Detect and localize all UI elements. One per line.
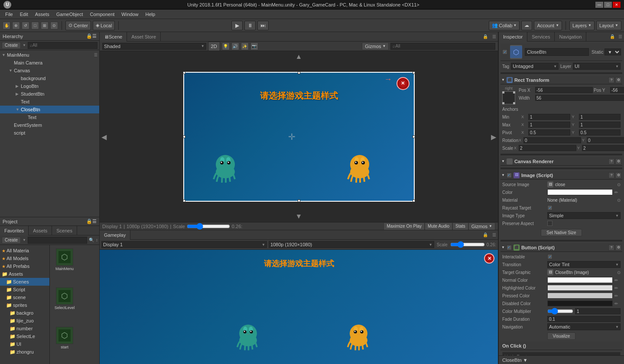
normal-color-box[interactable] <box>547 277 613 283</box>
image-enabled-checkbox[interactable]: ✓ <box>507 173 512 178</box>
proj-item-all-materials[interactable]: ★ All Materia <box>0 247 49 254</box>
btn-help-icon[interactable]: ? <box>608 245 614 251</box>
hierarchy-item-text1[interactable]: Text <box>0 98 99 106</box>
scene-camera-icon[interactable]: 📷 <box>250 42 258 50</box>
normal-color-pick-icon[interactable]: ✏ <box>614 278 621 283</box>
tool-hand[interactable]: ✋ <box>3 22 10 29</box>
scene-canvas[interactable]: ✕ → 请选择游戏主题样式 ✛ <box>183 72 415 202</box>
hierarchy-item-text2[interactable]: Text <box>0 113 99 121</box>
close-window-button[interactable]: ✕ <box>613 2 621 8</box>
width-input[interactable] <box>535 95 624 101</box>
game-lock-icon[interactable]: 🔒 <box>480 232 491 237</box>
scene-light-icon[interactable]: 💡 <box>222 42 230 50</box>
cr-settings-icon[interactable]: ⚙ <box>615 158 621 164</box>
scale-x-input[interactable] <box>519 145 576 151</box>
scene-close-button[interactable]: ✕ <box>396 77 410 90</box>
transition-dropdown[interactable]: Color Tint ▼ <box>547 261 621 268</box>
project-sort-icon[interactable]: ↕ <box>96 238 98 242</box>
anchor-min-x-input[interactable] <box>528 114 570 120</box>
project-lock-icon[interactable]: 🔒 <box>86 219 92 224</box>
proj-item-all-prefabs[interactable]: ★ All Prefabs <box>0 262 49 270</box>
hierarchy-item-closebtn[interactable]: ▼ CloseBtn <box>0 106 99 113</box>
target-graphic-pick-icon[interactable]: ⊙ <box>617 270 621 275</box>
rt-anchor-diagram[interactable] <box>502 91 515 104</box>
handle-rightcenter[interactable] <box>413 135 415 138</box>
project-search-icon[interactable]: 🔍 <box>89 238 94 242</box>
tab-services[interactable]: Services <box>527 32 555 42</box>
scene-menu-icon[interactable]: ☰ <box>491 34 498 39</box>
object-active-checkbox[interactable]: ✓ <box>502 49 507 55</box>
tool-rect[interactable]: ⊞ <box>41 22 49 29</box>
hierarchy-lock-icon[interactable]: 🔒 <box>86 33 92 39</box>
proj-item-number[interactable]: 📁 number <box>0 325 49 332</box>
tab-favorites[interactable]: Favorites <box>0 226 29 235</box>
pause-button[interactable]: ⏸ <box>244 21 256 30</box>
rect-transform-header[interactable]: ▼ ⬛ Rect Transform ? ⚙ <box>500 76 622 84</box>
nav-arrow-left[interactable]: ◀ <box>101 132 107 141</box>
asset-start[interactable]: ⬡ start <box>52 325 78 362</box>
tab-navigation[interactable]: Navigation <box>555 32 586 42</box>
color-multiplier-input[interactable] <box>575 308 621 314</box>
tab-inspector[interactable]: Inspector <box>499 32 527 42</box>
asset-mainmenu[interactable]: ⬡ MainMenu <box>52 247 78 284</box>
tool-scale[interactable]: □ <box>31 22 39 29</box>
nav-arrow-top[interactable]: ▲ <box>296 53 302 61</box>
proj-item-sprites[interactable]: 📁 sprites <box>0 301 49 309</box>
image-script-header[interactable]: ▼ ✓ 🖼 Image (Script) ? ⚙ <box>500 171 622 180</box>
proj-item-selectle[interactable]: 📁 SelectLe <box>0 332 49 340</box>
project-menu-icon[interactable]: ☰ <box>92 219 97 224</box>
handle-leftcenter[interactable] <box>183 135 185 138</box>
account-button[interactable]: Account ▼ <box>534 21 562 30</box>
maximize-on-play-button[interactable]: Maximize On Play <box>384 222 425 230</box>
tool-rotate[interactable]: ↺ <box>22 22 29 29</box>
pivot-x-input[interactable] <box>528 129 570 135</box>
scale-slider[interactable] <box>187 223 230 230</box>
interactable-checkbox[interactable]: ✓ <box>547 254 552 259</box>
play-button[interactable]: ▶ <box>231 21 243 30</box>
nav-arrow-right[interactable]: ▶ <box>491 132 496 141</box>
tool-transform[interactable]: ⊙ <box>50 22 58 29</box>
menu-file[interactable]: File <box>2 11 16 18</box>
anchor-min-y-input[interactable] <box>579 114 621 120</box>
cloud-button[interactable]: ☁ <box>521 21 532 30</box>
collab-button[interactable]: 👥 Collab ▼ <box>489 21 520 30</box>
tab-assets[interactable]: Assets <box>29 226 52 235</box>
native-size-button[interactable]: Set Native Size <box>541 229 582 236</box>
handle-bottomcenter[interactable] <box>298 200 300 202</box>
inspector-lock-icon[interactable]: 🔒 <box>608 34 617 39</box>
anchor-max-y-input[interactable] <box>579 122 621 128</box>
disabled-color-box[interactable] <box>547 300 613 306</box>
layer-dropdown[interactable]: UI ▼ <box>573 63 621 70</box>
game-display-dropdown[interactable]: Display 1 ▼ <box>101 241 267 248</box>
image-color-pick-icon[interactable]: ✏ <box>614 190 621 195</box>
gizmos-button[interactable]: Gizmos ▼ <box>362 42 389 50</box>
material-pick-icon[interactable]: ⊙ <box>617 198 621 203</box>
proj-item-scenes[interactable]: 📁 Scenes <box>0 278 49 286</box>
local-button[interactable]: ◈ Local <box>93 21 115 30</box>
rotation-x-input[interactable] <box>523 137 581 143</box>
rt-help-icon[interactable]: ? <box>608 77 614 83</box>
pivot-y-input[interactable] <box>579 129 621 135</box>
scene-lock-icon[interactable]: 🔒 <box>480 34 491 39</box>
pos-x-input[interactable] <box>535 87 593 93</box>
scene-audio-icon[interactable]: 🔊 <box>231 42 239 50</box>
scene-search-input[interactable] <box>390 43 495 50</box>
tab-scene[interactable]: 🖥 Scene <box>100 32 127 42</box>
color-multiplier-slider[interactable] <box>547 308 573 315</box>
menu-gameobject[interactable]: GameObject <box>53 11 87 18</box>
button-enabled-checkbox[interactable]: ✓ <box>507 245 512 250</box>
game-close-button[interactable]: ✕ <box>484 253 494 264</box>
highlighted-color-box[interactable] <box>547 285 613 291</box>
preserve-aspect-checkbox[interactable] <box>547 221 552 226</box>
static-dropdown[interactable]: ▼ <box>604 48 621 55</box>
hierarchy-item-canvas[interactable]: ▼ Canvas <box>0 67 99 74</box>
tab-scenes[interactable]: Scenes <box>52 226 77 235</box>
game-menu-icon[interactable]: ☰ <box>491 232 498 237</box>
hierarchy-item-maincamera[interactable]: Main Camera <box>0 59 99 67</box>
shading-mode-dropdown[interactable]: Shaded ▼ <box>102 43 206 50</box>
handle-bottomleft[interactable] <box>183 200 185 202</box>
proj-item-zhongru[interactable]: 📁 zhongru <box>0 348 49 356</box>
proj-item-ui[interactable]: 📁 UI <box>0 340 49 348</box>
handle-topright[interactable] <box>413 71 415 74</box>
minimize-button[interactable]: — <box>595 2 603 8</box>
